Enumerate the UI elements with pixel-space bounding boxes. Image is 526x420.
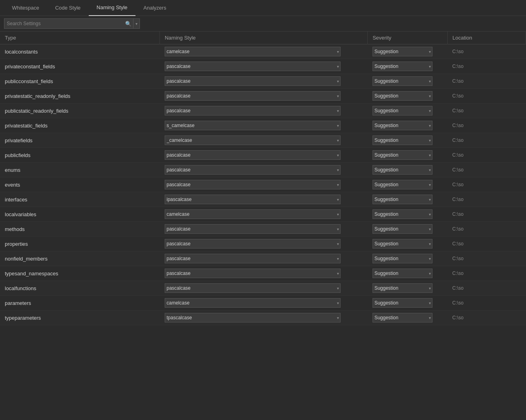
tab-code-style[interactable]: Code Style (47, 0, 89, 16)
severity-cell: NoneSilentSuggestionWarningError (368, 192, 448, 207)
naming-style-select[interactable]: camelcasepascalcases_camelcase_camelcase… (165, 76, 341, 86)
location-cell: C:\so (448, 118, 526, 133)
severity-cell: NoneSilentSuggestionWarningError (368, 296, 448, 311)
severity-cell: NoneSilentSuggestionWarningError (368, 281, 448, 296)
naming-style-select[interactable]: camelcasepascalcases_camelcase_camelcase… (165, 283, 341, 293)
severity-cell: NoneSilentSuggestionWarningError (368, 104, 448, 118)
severity-cell: NoneSilentSuggestionWarningError (368, 251, 448, 266)
type-cell: typeparameters (0, 311, 160, 325)
severity-select[interactable]: NoneSilentSuggestionWarningError (373, 62, 432, 71)
severity-select[interactable]: NoneSilentSuggestionWarningError (373, 180, 432, 189)
location-cell: C:\so (448, 133, 526, 148)
severity-select[interactable]: NoneSilentSuggestionWarningError (373, 224, 432, 234)
naming-style-select[interactable]: camelcasepascalcases_camelcase_camelcase… (165, 135, 341, 145)
tab-naming-style[interactable]: Naming Style (89, 0, 135, 16)
naming-style-cell: camelcasepascalcases_camelcase_camelcase… (160, 89, 368, 104)
naming-style-select[interactable]: camelcasepascalcases_camelcase_camelcase… (165, 313, 341, 322)
table-row: interfacescamelcasepascalcases_camelcase… (0, 192, 526, 207)
location-cell: C:\so (448, 89, 526, 104)
table-row: privatefieldscamelcasepascalcases_camelc… (0, 133, 526, 148)
location-cell: C:\so (448, 237, 526, 251)
severity-select[interactable]: NoneSilentSuggestionWarningError (373, 106, 432, 115)
severity-select[interactable]: NoneSilentSuggestionWarningError (373, 76, 432, 86)
table-row: eventscamelcasepascalcases_camelcase_cam… (0, 177, 526, 192)
table-row: typeparameterscamelcasepascalcases_camel… (0, 311, 526, 325)
search-input[interactable] (4, 21, 124, 26)
severity-select[interactable]: NoneSilentSuggestionWarningError (373, 283, 432, 293)
table-row: privatestatic_fieldscamelcasepascalcases… (0, 118, 526, 133)
severity-select[interactable]: NoneSilentSuggestionWarningError (373, 269, 432, 278)
severity-select[interactable]: NoneSilentSuggestionWarningError (373, 47, 432, 56)
severity-cell: NoneSilentSuggestionWarningError (368, 118, 448, 133)
naming-style-select[interactable]: camelcasepascalcases_camelcase_camelcase… (165, 121, 341, 130)
location-cell: C:\so (448, 251, 526, 266)
location-cell: C:\so (448, 281, 526, 296)
tabs-bar: Whitespace Code Style Naming Style Analy… (0, 0, 526, 16)
location-cell: C:\so (448, 311, 526, 325)
table-row: privateconstant_fieldscamelcasepascalcas… (0, 59, 526, 74)
naming-style-cell: camelcasepascalcases_camelcase_camelcase… (160, 281, 368, 296)
naming-style-cell: camelcasepascalcases_camelcase_camelcase… (160, 74, 368, 89)
tab-whitespace[interactable]: Whitespace (4, 0, 47, 16)
naming-style-select[interactable]: camelcasepascalcases_camelcase_camelcase… (165, 150, 341, 160)
severity-select[interactable]: NoneSilentSuggestionWarningError (373, 195, 432, 204)
severity-cell: NoneSilentSuggestionWarningError (368, 148, 448, 163)
type-cell: publicfields (0, 148, 160, 163)
naming-style-select[interactable]: camelcasepascalcases_camelcase_camelcase… (165, 180, 341, 189)
table-row: localvariablescamelcasepascalcases_camel… (0, 207, 526, 222)
table-row: enumscamelcasepascalcases_camelcase_came… (0, 163, 526, 177)
type-cell: privatefields (0, 133, 160, 148)
severity-cell: NoneSilentSuggestionWarningError (368, 74, 448, 89)
severity-select[interactable]: NoneSilentSuggestionWarningError (373, 165, 432, 175)
search-dropdown-icon[interactable]: ▾ (133, 19, 139, 28)
location-cell: C:\so (448, 104, 526, 118)
severity-select[interactable]: NoneSilentSuggestionWarningError (373, 91, 432, 101)
naming-style-select[interactable]: camelcasepascalcases_camelcase_camelcase… (165, 254, 341, 263)
table-row: publicfieldscamelcasepascalcases_camelca… (0, 148, 526, 163)
naming-style-select[interactable]: camelcasepascalcases_camelcase_camelcase… (165, 195, 341, 204)
severity-select[interactable]: NoneSilentSuggestionWarningError (373, 209, 432, 219)
table-row: nonfield_memberscamelcasepascalcases_cam… (0, 251, 526, 266)
type-cell: methods (0, 222, 160, 237)
severity-select[interactable]: NoneSilentSuggestionWarningError (373, 150, 432, 160)
type-cell: events (0, 177, 160, 192)
search-icon[interactable]: 🔍 (124, 19, 133, 28)
naming-style-select[interactable]: camelcasepascalcases_camelcase_camelcase… (165, 106, 341, 115)
severity-select[interactable]: NoneSilentSuggestionWarningError (373, 298, 432, 308)
type-cell: localconstants (0, 44, 160, 59)
type-cell: privateconstant_fields (0, 59, 160, 74)
naming-style-select[interactable]: camelcasepascalcases_camelcase_camelcase… (165, 62, 341, 71)
tab-analyzers[interactable]: Analyzers (135, 0, 174, 16)
naming-style-cell: camelcasepascalcases_camelcase_camelcase… (160, 133, 368, 148)
location-cell: C:\so (448, 177, 526, 192)
type-cell: publicconstant_fields (0, 74, 160, 89)
naming-style-select[interactable]: camelcasepascalcases_camelcase_camelcase… (165, 47, 341, 56)
naming-style-select[interactable]: camelcasepascalcases_camelcase_camelcase… (165, 224, 341, 234)
naming-style-select[interactable]: camelcasepascalcases_camelcase_camelcase… (165, 165, 341, 175)
naming-style-cell: camelcasepascalcases_camelcase_camelcase… (160, 118, 368, 133)
severity-select[interactable]: NoneSilentSuggestionWarningError (373, 254, 432, 263)
naming-style-cell: camelcasepascalcases_camelcase_camelcase… (160, 177, 368, 192)
severity-cell: NoneSilentSuggestionWarningError (368, 207, 448, 222)
severity-cell: NoneSilentSuggestionWarningError (368, 59, 448, 74)
naming-style-cell: camelcasepascalcases_camelcase_camelcase… (160, 296, 368, 311)
severity-select[interactable]: NoneSilentSuggestionWarningError (373, 135, 432, 145)
naming-style-cell: camelcasepascalcases_camelcase_camelcase… (160, 237, 368, 251)
col-header-severity: Severity (368, 32, 448, 44)
table-row: typesand_namespacescamelcasepascalcases_… (0, 266, 526, 281)
type-cell: privatestatic_readonly_fields (0, 89, 160, 104)
severity-select[interactable]: NoneSilentSuggestionWarningError (373, 239, 432, 249)
naming-style-cell: camelcasepascalcases_camelcase_camelcase… (160, 311, 368, 325)
location-cell: C:\so (448, 266, 526, 281)
severity-select[interactable]: NoneSilentSuggestionWarningError (373, 121, 432, 130)
severity-select[interactable]: NoneSilentSuggestionWarningError (373, 313, 432, 322)
naming-style-select[interactable]: camelcasepascalcases_camelcase_camelcase… (165, 298, 341, 308)
naming-style-cell: camelcasepascalcases_camelcase_camelcase… (160, 222, 368, 237)
naming-style-cell: camelcasepascalcases_camelcase_camelcase… (160, 192, 368, 207)
table-row: localfunctionscamelcasepascalcases_camel… (0, 281, 526, 296)
naming-style-select[interactable]: camelcasepascalcases_camelcase_camelcase… (165, 91, 341, 101)
naming-style-select[interactable]: camelcasepascalcases_camelcase_camelcase… (165, 269, 341, 278)
naming-style-select[interactable]: camelcasepascalcases_camelcase_camelcase… (165, 239, 341, 249)
naming-style-select[interactable]: camelcasepascalcases_camelcase_camelcase… (165, 209, 341, 219)
location-cell: C:\so (448, 163, 526, 177)
